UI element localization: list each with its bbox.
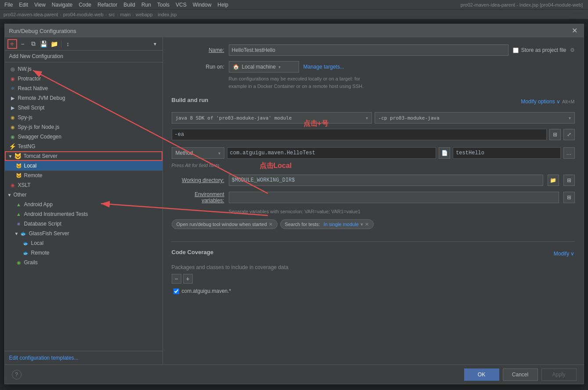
tomcat-group[interactable]: ▼ 🐱 Tomcat Server [5,151,162,161]
copy-config-button[interactable]: ⧉ [29,39,38,49]
breadcrumb-item[interactable]: pro04-module-web [63,12,104,17]
tree-item-swagger[interactable]: ◉ Swagger Codegen [5,132,162,142]
menu-view[interactable]: View [32,1,48,9]
tree-item-protractor[interactable]: ◉ Protractor [5,74,162,84]
menu-vcs[interactable]: VCS [173,1,189,9]
breadcrumb-item[interactable]: src [108,12,115,17]
method-more-btn[interactable]: … [563,147,575,159]
tree-item-nwjs[interactable]: ◎ NW.js [5,64,162,74]
modify-coverage-link[interactable]: Modify ∨ [554,251,575,257]
menu-refactor[interactable]: Refactor [95,1,120,9]
remove-config-button[interactable]: − [18,39,28,49]
other-group[interactable]: ▼ Other [5,190,162,200]
menu-code[interactable]: Code [76,1,94,9]
expand-options-btn[interactable]: ⊞ [549,129,561,140]
env-expand-btn[interactable]: ⊞ [563,192,575,203]
menu-window[interactable]: Window [190,1,214,9]
tree-item-tomcat-remote[interactable]: 🐱 Remote [5,171,162,180]
menu-run[interactable]: Run [139,1,154,9]
tree-item-testng[interactable]: ⚡ TestNG [5,142,162,151]
breadcrumb-item[interactable]: index.jsp [158,12,177,17]
modify-options-link[interactable]: Modify options ∨ Alt+M [521,98,574,105]
menu-tools[interactable]: Tools [155,1,172,9]
help-button[interactable]: ? [12,370,22,379]
tag-search-value: In single module [324,222,359,227]
working-dir-row: Working directory: 📁 ⊞ [172,175,575,186]
coverage-add-btn[interactable]: + [183,274,193,284]
tree-item-xslt[interactable]: ◉ XSLT [5,180,162,190]
name-input[interactable] [229,44,509,56]
chevron-down-icon: ▾ [154,41,156,47]
tag-search-close-icon[interactable]: ✕ [365,222,369,227]
hint-text: Press Alt for field hints [172,163,220,168]
sort-config-button[interactable]: ↕ [63,39,73,49]
ok-button[interactable]: OK [464,368,499,381]
add-new-config-dropdown[interactable]: ▾ [150,39,160,49]
working-dir-input[interactable] [229,175,543,186]
cancel-button[interactable]: Cancel [503,368,538,381]
cp-dropdown[interactable]: -cp pro03-moduke-java ▾ [375,112,575,124]
env-input[interactable] [229,192,559,203]
tree-item-android-instrumented[interactable]: ▲ Android Instrumented Tests [5,209,162,219]
breadcrumb-item[interactable]: main [120,12,131,17]
tree-item-spy-js-node[interactable]: ◉ Spy-js for Node.js [5,122,162,132]
tree-item-database-script[interactable]: ≡ Database Script [5,219,162,229]
breadcrumb-item[interactable]: webapp [136,12,153,17]
other-expand-icon: ▼ [7,193,12,197]
tree-item-label: Android App [24,201,162,208]
tag-close-icon[interactable]: ✕ [269,222,273,227]
tree-item-label: Remote [24,172,162,179]
menu-file[interactable]: File [2,1,15,9]
coverage-checkbox[interactable] [173,288,179,294]
tree-item-android-app[interactable]: ▲ Android App [5,200,162,209]
external-link-btn[interactable]: ⤢ [563,129,575,140]
menu-build[interactable]: Build [121,1,138,9]
minus-icon: − [21,40,24,47]
local-machine-dropdown[interactable]: 🏠 Local machine ▾ [229,61,299,73]
tree-item-shell-script[interactable]: ▶ Shell Script [5,103,162,113]
working-dir-macro-btn[interactable]: ⊞ [563,175,575,186]
store-checkbox[interactable] [513,47,519,53]
cp-label: -cp pro03-moduke-java [379,115,440,121]
tree-item-glassfish-remote[interactable]: 🐟 Remote [5,248,162,258]
env-hint: Separate variables with semicolon: VAR=v… [229,209,575,214]
working-dir-folder-btn[interactable]: 📁 [548,175,559,186]
expand-arrow-icon: ▼ [8,154,13,159]
edit-templates-link[interactable]: Edit configuration templates... [9,355,79,361]
manage-targets-link[interactable]: Manage targets... [303,64,344,70]
plus-icon: + [10,40,14,48]
glassfish-group[interactable]: ▼ 🐟 GlassFish Server [5,229,162,238]
tree-item-glassfish-local[interactable]: 🐟 Local [5,238,162,248]
method-dropdown[interactable]: Method ▾ [172,147,224,159]
options-input[interactable] [172,129,547,140]
tag-search-tests[interactable]: Search for tests: In single module ▾ ✕ [280,219,374,229]
coverage-remove-btn[interactable]: − [172,274,181,284]
tag-open-window[interactable]: Open run/debug tool window when started … [172,219,278,229]
tree-item-remote-jvm[interactable]: ▶ Remote JVM Debug [5,93,162,103]
class-browse-btn[interactable]: 📄 [439,147,450,159]
close-button[interactable]: ✕ [570,26,579,35]
save-config-button[interactable]: 💾 [39,39,49,49]
method-input[interactable] [453,147,560,159]
tags-row: Open run/debug tool window when started … [172,219,575,229]
env-label: Environment variables: [172,191,224,204]
tree-item-spy-js[interactable]: ◉ Spy-js [5,113,162,122]
tomcat-remote-icon: 🐱 [15,172,22,179]
apply-button[interactable]: Apply [541,368,577,381]
tree-item-grails[interactable]: ◉ Grails [5,258,162,267]
sdk-dropdown[interactable]: java 8 SDK of 'pro03-moduke-java' module… [172,112,372,124]
tree-item-label: Database Script [24,221,162,227]
tree-item-tomcat-local[interactable]: 🐱 Local [5,161,162,171]
folder-config-button[interactable]: 📁 [50,39,59,49]
menu-edit[interactable]: Edit [16,1,31,9]
add-config-button[interactable]: + [7,39,17,49]
tag-search-arrow-icon[interactable]: ▾ [361,222,363,227]
tree-item-react-native[interactable]: ⚛ React Native [5,84,162,93]
modify-shortcut: Alt+M [562,99,574,104]
menu-help[interactable]: Help [215,1,231,9]
breadcrumb-item[interactable]: pro02-maven-idea-parent [4,12,58,17]
gear-icon[interactable]: ⚙ [570,47,575,53]
class-input[interactable] [227,147,436,159]
save-icon: 💾 [40,40,47,47]
menu-navigate[interactable]: Navigate [49,1,75,9]
